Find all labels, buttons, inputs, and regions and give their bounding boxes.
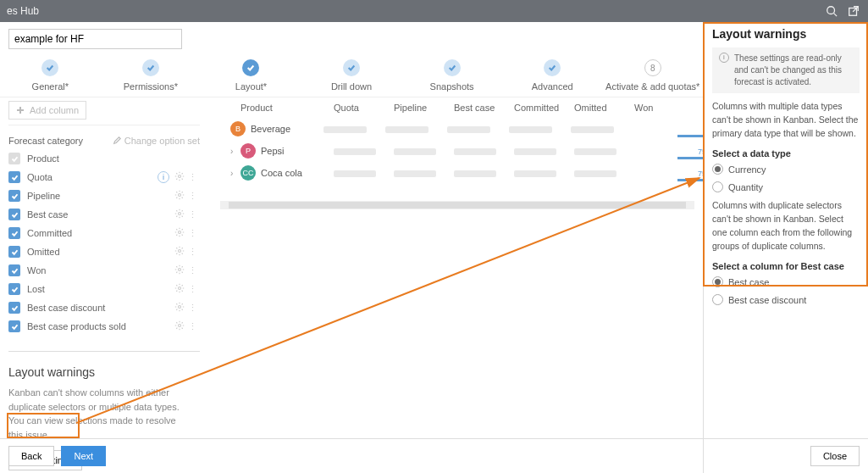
checkbox-icon[interactable]	[8, 171, 20, 183]
checkbox-icon[interactable]	[8, 283, 20, 295]
checkbox-icon[interactable]	[8, 227, 20, 239]
step-general[interactable]: General*	[0, 59, 101, 92]
more-icon[interactable]: ⋮	[185, 209, 200, 220]
svg-point-10	[179, 250, 181, 253]
forecast-item[interactable]: Won⋮	[8, 261, 200, 280]
expand-icon[interactable]: ›	[230, 147, 240, 156]
forecast-item-label: Omitted	[27, 247, 174, 257]
forecast-item[interactable]: Best case discount⋮	[8, 298, 200, 317]
more-icon[interactable]: ⋮	[185, 303, 200, 314]
step-permissions[interactable]: Permissions*	[101, 59, 202, 92]
close-button[interactable]: Close	[810, 446, 860, 466]
popout-icon[interactable]	[846, 3, 861, 19]
gear-icon[interactable]	[174, 209, 185, 220]
more-icon[interactable]: ⋮	[185, 172, 200, 183]
change-option-set[interactable]: Change option set	[113, 136, 200, 146]
next-button[interactable]: Next	[61, 446, 106, 466]
select-data-type-label: Select a data type	[712, 148, 860, 159]
more-icon[interactable]: ⋮	[185, 284, 200, 295]
back-button[interactable]: Back	[8, 446, 54, 466]
placeholder-bar	[454, 170, 496, 177]
forecast-item-label: Best case	[27, 209, 174, 220]
row-name: Coca cola	[261, 168, 302, 178]
table-row[interactable]: BBeverage	[212, 118, 694, 140]
checkbox-icon[interactable]	[8, 246, 20, 258]
more-icon[interactable]: ⋮	[185, 247, 200, 258]
readonly-info: iThese settings are read-only and can't …	[712, 47, 860, 93]
step-snapshots[interactable]: Snapshots	[401, 59, 502, 92]
svg-point-6	[179, 175, 181, 178]
forecast-item[interactable]: Quotai⋮	[8, 168, 200, 186]
radio-currency[interactable]: Currency	[712, 164, 860, 175]
add-column-button[interactable]: Add column	[8, 101, 86, 120]
placeholder-bar	[574, 170, 616, 177]
svg-point-12	[179, 287, 181, 290]
row-name: Pepsi	[261, 146, 285, 156]
more-icon[interactable]: ⋮	[185, 265, 200, 276]
checkbox-icon[interactable]	[8, 320, 20, 332]
gear-icon[interactable]	[174, 283, 185, 295]
info-icon: i	[719, 53, 729, 63]
layout-warnings-title: Layout warnings	[8, 365, 191, 379]
table-row[interactable]: ›PPepsi75	[212, 140, 694, 162]
step-activate[interactable]: 8Activate & add quotas*	[602, 59, 703, 92]
select-bestcase-label: Select a column for Best case	[712, 261, 860, 271]
layout-warnings-panel: Layout warnings iThese settings are read…	[703, 22, 868, 473]
layout-warnings-text: Kanban can't show columns with either du…	[8, 386, 191, 442]
forecast-name-input[interactable]	[8, 29, 182, 49]
placeholder-bar	[323, 126, 367, 133]
gear-icon[interactable]	[174, 302, 185, 314]
svg-point-13	[179, 306, 181, 309]
step-advanced[interactable]: Advanced	[502, 59, 603, 92]
panel-text-1: Columns with multiple data types can't b…	[712, 100, 860, 140]
svg-point-11	[179, 269, 181, 271]
step-drilldown[interactable]: Drill down	[301, 59, 402, 92]
forecast-item[interactable]: Pipeline⋮	[8, 186, 200, 205]
svg-line-3	[853, 7, 858, 12]
radio-bestcase[interactable]: Best case	[712, 276, 860, 287]
checkbox-icon[interactable]	[8, 209, 20, 220]
search-icon[interactable]	[824, 3, 839, 19]
checkbox-icon[interactable]	[8, 153, 20, 164]
gear-icon[interactable]	[174, 246, 185, 258]
forecast-item[interactable]: Committed⋮	[8, 224, 200, 242]
forecast-item[interactable]: Lost⋮	[8, 280, 200, 298]
placeholder-bar	[394, 148, 436, 155]
gear-icon[interactable]	[174, 264, 185, 276]
checkbox-icon[interactable]	[8, 302, 20, 314]
placeholder-bar	[454, 148, 496, 155]
expand-icon[interactable]: ›	[230, 169, 240, 178]
checkbox-icon[interactable]	[8, 190, 20, 202]
svg-point-9	[179, 231, 181, 234]
panel-text-2: Columns with duplicate selectors can't b…	[712, 199, 860, 253]
forecast-item[interactable]: Omitted⋮	[8, 242, 200, 261]
placeholder-bar	[574, 148, 616, 155]
placeholder-bar	[447, 126, 490, 133]
placeholder-bar	[509, 126, 552, 133]
gear-icon[interactable]	[174, 171, 185, 183]
gear-icon[interactable]	[174, 227, 185, 239]
forecast-item-label: Committed	[27, 228, 174, 238]
gear-icon[interactable]	[174, 320, 185, 332]
svg-point-0	[827, 7, 835, 14]
checkbox-icon[interactable]	[8, 264, 20, 276]
info-icon: i	[158, 171, 169, 183]
radio-bestcase-discount[interactable]: Best case discount	[712, 294, 860, 305]
horizontal-scrollbar[interactable]	[220, 201, 694, 209]
forecast-item-label: Best case products sold	[27, 321, 174, 331]
avatar: P	[240, 143, 256, 159]
more-icon[interactable]: ⋮	[185, 191, 200, 202]
more-icon[interactable]: ⋮	[185, 228, 200, 239]
app-title: es Hub	[7, 5, 39, 17]
step-layout[interactable]: Layout*	[201, 59, 301, 92]
forecast-item[interactable]: Best case⋮	[8, 205, 200, 224]
gear-icon[interactable]	[174, 190, 185, 202]
forecast-item-label: Best case discount	[27, 303, 174, 313]
more-icon[interactable]: ⋮	[185, 321, 200, 332]
forecast-item-label: Product	[27, 153, 200, 164]
forecast-item[interactable]: Best case products sold⋮	[8, 317, 200, 336]
radio-quantity[interactable]: Quantity	[712, 181, 860, 192]
placeholder-bar	[334, 148, 376, 155]
forecast-item[interactable]: Product	[8, 149, 200, 168]
table-row[interactable]: ›CCCoca cola75	[212, 162, 694, 184]
